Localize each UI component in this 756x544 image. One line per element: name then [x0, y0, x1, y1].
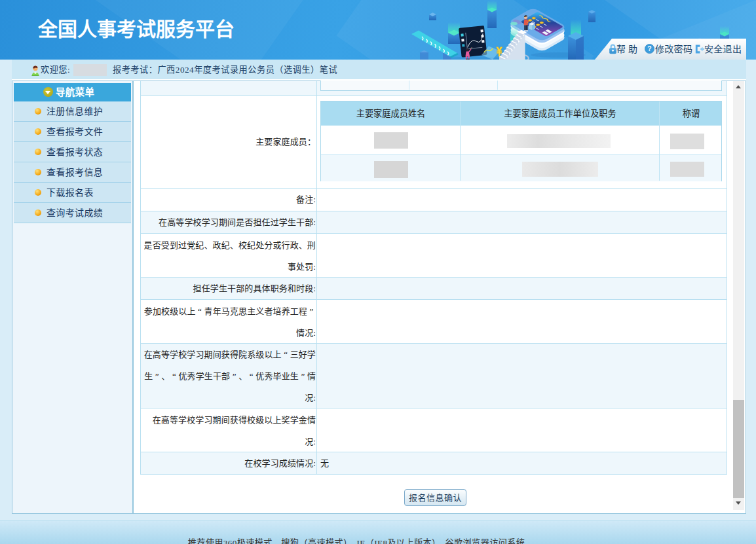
svg-text:?: ? — [647, 45, 651, 52]
